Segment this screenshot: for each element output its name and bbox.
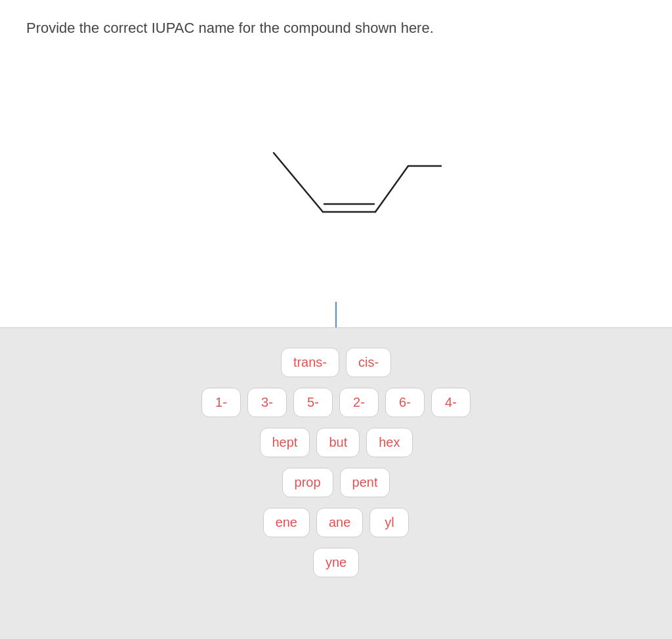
svg-line-3: [375, 166, 408, 212]
bottom-section: trans-cis-1-3-5-2-6-4-heptbuthexproppent…: [0, 328, 672, 639]
token-btn-6[interactable]: 6-: [385, 388, 425, 417]
token-btn-ane[interactable]: ane: [316, 508, 363, 537]
token-row-row3: heptbuthex: [260, 428, 413, 457]
text-input-line: [270, 302, 402, 328]
token-row-row2: 1-3-5-2-6-4-: [201, 388, 471, 417]
divider: [0, 327, 672, 328]
token-btn-hept[interactable]: hept: [260, 428, 310, 457]
token-btn-1[interactable]: 1-: [201, 388, 241, 417]
token-btn-yl[interactable]: yl: [369, 508, 409, 537]
token-btn-hex[interactable]: hex: [366, 428, 412, 457]
token-row-row4: proppent: [282, 468, 390, 497]
token-btn-5[interactable]: 5-: [293, 388, 333, 417]
token-btn-4[interactable]: 4-: [431, 388, 471, 417]
token-btn-cis[interactable]: cis-: [346, 348, 391, 377]
token-btn-but[interactable]: but: [316, 428, 360, 457]
molecule-diagram: [224, 133, 448, 251]
token-btn-3[interactable]: 3-: [247, 388, 287, 417]
question-text: Provide the correct IUPAC name for the c…: [26, 20, 434, 37]
token-btn-trans[interactable]: trans-: [281, 348, 339, 377]
token-row-row6: yne: [313, 548, 359, 577]
token-btn-prop[interactable]: prop: [282, 468, 333, 497]
token-btn-pent[interactable]: pent: [340, 468, 390, 497]
token-btn-ene[interactable]: ene: [263, 508, 310, 537]
cursor: [335, 302, 337, 328]
token-btn-yne[interactable]: yne: [313, 548, 359, 577]
svg-line-0: [274, 153, 323, 212]
token-row-row1: trans-cis-: [281, 348, 391, 377]
molecule-container: [26, 56, 646, 328]
token-btn-2[interactable]: 2-: [339, 388, 379, 417]
top-section: Provide the correct IUPAC name for the c…: [0, 0, 672, 328]
token-row-row5: eneaneyl: [263, 508, 410, 537]
answer-area: [0, 302, 672, 328]
